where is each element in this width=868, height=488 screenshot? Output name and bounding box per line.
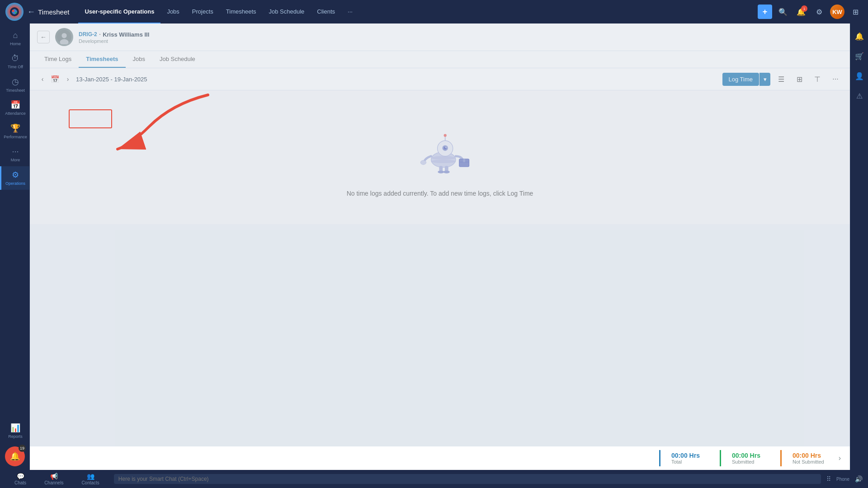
settings-button[interactable]: ⚙	[812, 5, 826, 19]
calendar-button[interactable]: 📅	[51, 75, 60, 84]
filter-icon: ⊤	[814, 75, 821, 84]
list-icon: ☰	[778, 75, 784, 84]
user-header-back-button[interactable]: ←	[37, 31, 50, 43]
user-avatar-top[interactable]: KW	[830, 5, 844, 19]
toolbar-more-button[interactable]: ···	[828, 72, 843, 86]
search-button[interactable]: 🔍	[776, 5, 790, 19]
chats-label: Chats	[14, 480, 26, 485]
top-nav-back-button[interactable]: ←	[27, 7, 35, 17]
grid-view-icon: ⊞	[797, 75, 802, 84]
right-sidebar-cart-icon[interactable]: 🛒	[852, 49, 867, 63]
employee-id: DRIG-2	[79, 31, 97, 38]
svg-point-12	[445, 147, 447, 148]
notifications-button[interactable]: 🔔 1	[794, 5, 808, 19]
stat-total-label: Total	[671, 459, 682, 465]
bottom-bar: 💬 Chats 📢 Channels 👥 Contacts ⠿ Phone 🔊	[0, 470, 868, 488]
sidebar-item-performance[interactable]: 🏆 Performance	[0, 120, 29, 143]
stat-total-value: 00:00 Hrs	[671, 452, 700, 459]
svg-point-15	[420, 160, 426, 164]
next-date-button[interactable]: ›	[62, 74, 73, 84]
log-time-button[interactable]: Log Time	[722, 73, 759, 86]
notification-badge: 1	[801, 5, 807, 12]
phone-label[interactable]: Phone	[836, 477, 849, 482]
sidebar-label-timesheet: Timesheet	[6, 88, 25, 93]
right-sidebar-warning-icon[interactable]: ⚠	[852, 89, 867, 103]
add-button[interactable]: +	[758, 5, 772, 19]
grid-dots-icon[interactable]: ⠿	[826, 475, 831, 483]
top-nav-item-timesheets[interactable]: Timesheets	[220, 0, 263, 23]
sub-tabs: Time Logs Timesheets Jobs Job Schedule	[30, 51, 850, 68]
sidebar-item-attendance[interactable]: 📅 Attendance	[0, 96, 29, 120]
grid-view-button[interactable]: ⊞	[792, 72, 807, 86]
app-logo	[5, 3, 24, 21]
reports-icon: 📊	[10, 423, 20, 433]
empty-state-message: No time logs added currently. To add new…	[347, 190, 533, 197]
svg-rect-18	[463, 159, 465, 162]
sidebar-item-home[interactable]: ⌂ Home	[0, 27, 29, 50]
top-nav-items: User-specific Operations Jobs Projects T…	[78, 0, 359, 23]
speaker-icon[interactable]: 🔊	[855, 475, 863, 483]
top-nav-actions: + 🔍 🔔 1 ⚙ KW ⊞	[758, 5, 863, 19]
sidebar-item-more[interactable]: ··· More	[0, 143, 29, 166]
top-nav-item-jobschedule[interactable]: Job Schedule	[263, 0, 311, 23]
top-navigation: ← Timesheet User-specific Operations Job…	[0, 0, 868, 23]
top-nav-item-jobs[interactable]: Jobs	[160, 0, 185, 23]
more-icon: ···	[12, 147, 19, 156]
sidebar-item-reports[interactable]: 📊 Reports	[0, 419, 29, 443]
svg-point-21	[438, 170, 444, 173]
apps-button[interactable]: ⊞	[848, 5, 863, 19]
smart-chat-input[interactable]	[114, 474, 821, 484]
filter-button[interactable]: ⊤	[810, 72, 825, 86]
bottom-icons: ⠿ Phone 🔊	[826, 475, 863, 483]
svg-point-7	[431, 156, 456, 160]
contacts-icon: 👥	[87, 473, 94, 480]
top-nav-item-clients[interactable]: Clients	[311, 0, 341, 23]
stat-notsubmitted: 00:00 Hrs Not Submitted	[780, 450, 835, 466]
sub-tab-jobs[interactable]: Jobs	[126, 51, 152, 68]
grid-icon: ⊞	[853, 8, 859, 16]
svg-point-4	[61, 33, 66, 38]
chats-icon: 💬	[17, 473, 24, 480]
stat-total: 00:00 Hrs Total	[659, 450, 711, 466]
sidebar-badge: 19	[19, 445, 26, 452]
operations-icon: ⚙	[12, 170, 19, 180]
top-nav-item-more[interactable]: ···	[341, 0, 359, 23]
sidebar-label-home: Home	[10, 42, 21, 47]
bottom-tab-chats[interactable]: 💬 Chats	[5, 473, 35, 485]
user-header: ← DRIG-2 · Kriss Williams III Developmen…	[30, 23, 850, 51]
svg-point-2	[15, 12, 17, 14]
bottom-tab-contacts[interactable]: 👥 Contacts	[72, 473, 108, 485]
sidebar-label-reports: Reports	[8, 434, 23, 439]
stat-submitted-value: 00:00 Hrs	[732, 452, 760, 459]
sidebar-label-more: More	[11, 158, 20, 163]
list-view-button[interactable]: ☰	[774, 72, 788, 86]
bottom-tab-channels[interactable]: 📢 Channels	[35, 473, 72, 485]
top-nav-item-projects[interactable]: Projects	[186, 0, 220, 23]
sidebar-label-operations: Operations	[5, 181, 25, 186]
timesheet-icon: ◷	[12, 77, 19, 87]
stat-arrow[interactable]: ›	[839, 454, 841, 462]
sidebar-item-timesheet[interactable]: ◷ Timesheet	[0, 73, 29, 97]
date-range-label: 13-Jan-2025 - 19-Jan-2025	[76, 76, 147, 83]
empty-illustration	[404, 117, 476, 181]
sub-tab-jobschedule[interactable]: Job Schedule	[152, 51, 203, 68]
top-nav-item-operations[interactable]: User-specific Operations	[78, 0, 160, 23]
right-sidebar-user-icon[interactable]: 👤	[852, 69, 867, 83]
gear-icon: ⚙	[816, 8, 822, 16]
user-info: DRIG-2 · Kriss Williams III Development	[79, 30, 149, 44]
sub-tab-timesheets[interactable]: Timesheets	[79, 51, 125, 68]
right-sidebar-alert-icon[interactable]: 🔔	[852, 29, 867, 43]
sidebar-label-timeoff: Time Off	[8, 65, 23, 70]
left-sidebar: ⌂ Home ⏱ Time Off ◷ Timesheet 📅 Attendan…	[0, 23, 30, 470]
sidebar-item-operations[interactable]: ⚙ Operations	[0, 166, 29, 190]
toolbar-more-icon: ···	[832, 75, 838, 83]
sub-tab-timelogs[interactable]: Time Logs	[37, 51, 79, 68]
log-time-dropdown-button[interactable]: ▾	[760, 73, 770, 86]
stat-submitted-label: Submitted	[732, 459, 755, 465]
empty-state: No time logs added currently. To add new…	[30, 90, 850, 224]
main-content: ← DRIG-2 · Kriss Williams III Developmen…	[30, 23, 850, 470]
sidebar-item-timeoff[interactable]: ⏱ Time Off	[0, 50, 29, 73]
performance-icon: 🏆	[10, 123, 20, 133]
svg-point-22	[443, 170, 450, 173]
prev-date-button[interactable]: ‹	[37, 74, 48, 84]
